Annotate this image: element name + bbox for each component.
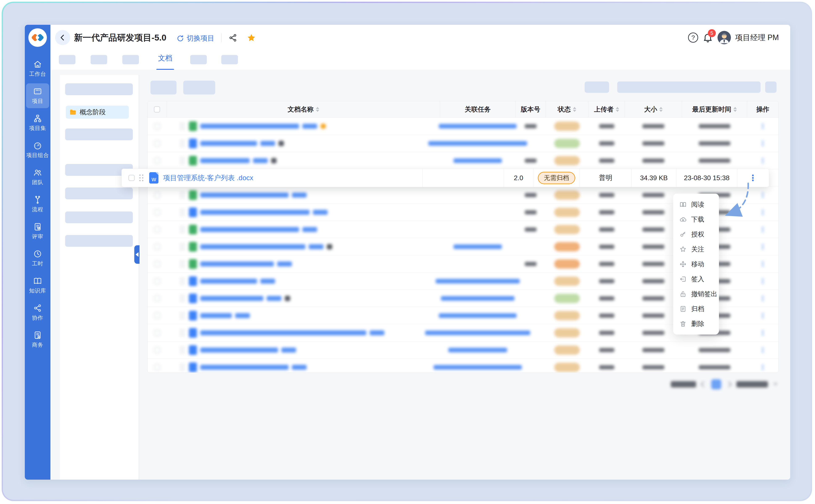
table-row[interactable]: ⋮ [147, 118, 778, 135]
back-button[interactable] [55, 30, 70, 45]
menu-item-archive[interactable]: 归档 [673, 301, 719, 316]
more-actions-button[interactable]: ⋮ [759, 311, 766, 320]
sidebar-item-business[interactable]: 商务 [26, 327, 49, 352]
panel-collapse-handle[interactable] [134, 245, 139, 264]
more-actions-button[interactable]: ⋮ [759, 277, 766, 285]
sidebar-item-review[interactable]: 评审 [26, 219, 49, 244]
sort-icon[interactable] [316, 107, 319, 112]
file-icon [189, 190, 197, 200]
window-frame: 工作台项目项目集项目组合团队流程评审工时知识库协作商务 新一代产品研发项目-5.… [2, 2, 812, 501]
sidebar-item-project-set[interactable]: 项目集 [26, 110, 49, 135]
more-actions-button[interactable]: ⋮ [759, 329, 766, 337]
column-header-updated[interactable]: 最后更新时间 [682, 101, 747, 117]
toolbar-icon-placeholder[interactable] [765, 81, 777, 93]
menu-item-check-in[interactable]: 签入 [673, 272, 719, 286]
more-actions-button[interactable]: ⋮ [759, 294, 766, 303]
row-actions-cell: ⋮ [737, 169, 769, 187]
table-row[interactable]: ⋮ [147, 135, 778, 152]
avatar[interactable] [718, 31, 731, 44]
notifications-button[interactable]: 5 [702, 32, 713, 43]
folder-item-concept-stage[interactable]: 概念阶段 [66, 106, 129, 119]
sidebar-item-hours[interactable]: 工时 [26, 246, 49, 271]
app-logo-icon[interactable] [28, 28, 47, 47]
more-actions-button[interactable]: ⋮ [759, 225, 766, 234]
menu-item-read[interactable]: 阅读 [673, 197, 719, 212]
column-header-uploader[interactable]: 上传者 [588, 101, 625, 117]
document-name-link[interactable]: 项目管理系统-客户列表 .docx [163, 173, 253, 183]
column-header-status[interactable]: 状态 [546, 101, 588, 117]
sidebar-item-process[interactable]: 流程 [26, 192, 49, 217]
tab-bar: 文档 [50, 50, 790, 70]
select-all-checkbox[interactable] [154, 106, 160, 113]
highlighted-document-row[interactable]: w 项目管理系统-客户列表 .docx 2.0 无需归档 普明 34.39 KB… [121, 169, 769, 187]
menu-item-download[interactable]: 下载 [673, 212, 719, 227]
lock-icon [285, 296, 290, 301]
biz-icon [33, 331, 42, 340]
sidebar-item-workbench[interactable]: 工作台 [26, 56, 49, 81]
sidebar-item-portfolio[interactable]: 项目组合 [26, 138, 49, 162]
column-header-doc-name[interactable]: 文档名称 [167, 101, 440, 117]
updated-cell: 23-08-30 15:38 [676, 169, 737, 187]
select-all-header-cell[interactable] [147, 101, 167, 117]
sort-icon[interactable] [573, 107, 576, 112]
sidebar-item-collab[interactable]: 协作 [26, 300, 49, 325]
sort-icon[interactable] [734, 107, 737, 112]
status-badge-blurred [554, 208, 580, 217]
menu-item-follow[interactable]: 关注 [673, 242, 719, 257]
tab-placeholder-3[interactable] [122, 55, 139, 64]
search-input-placeholder[interactable] [617, 81, 761, 93]
help-icon[interactable]: ? [688, 33, 698, 43]
sort-icon[interactable] [659, 107, 663, 112]
status-badge-blurred [554, 242, 580, 251]
more-actions-button[interactable]: ⋮ [759, 139, 766, 148]
share-button[interactable] [228, 33, 238, 43]
table-row[interactable]: ⋮ [147, 341, 778, 359]
table-row[interactable]: ⋮ [147, 152, 778, 169]
more-actions-button[interactable]: ⋮ [759, 191, 766, 199]
menu-item-authorize[interactable]: 授权 [673, 227, 719, 242]
more-actions-button[interactable]: ⋮ [759, 243, 766, 251]
more-actions-button[interactable]: ⋮ [759, 363, 766, 371]
sidebar-item-label: 评审 [32, 233, 43, 240]
clock-icon [33, 249, 42, 258]
tab-placeholder-1[interactable] [59, 55, 75, 64]
favorite-button[interactable] [246, 33, 257, 43]
menu-item-move[interactable]: 移动 [673, 257, 719, 272]
more-actions-button[interactable]: ⋮ [749, 173, 758, 183]
tab-documents[interactable]: 文档 [155, 53, 176, 63]
more-actions-button[interactable]: ⋮ [759, 208, 766, 217]
sidebar-item-knowledge[interactable]: 知识库 [26, 273, 49, 298]
tab-placeholder-2[interactable] [91, 55, 107, 64]
sort-icon[interactable] [616, 107, 619, 112]
menu-item-undo-checkout[interactable]: 撤销签出 [673, 286, 719, 301]
switch-project-button[interactable]: 切换项目 [176, 34, 215, 43]
page-size-select[interactable] [736, 381, 768, 387]
tab-placeholder-5[interactable] [221, 55, 238, 64]
column-header-size[interactable]: 大小 [625, 101, 682, 117]
next-page-button[interactable] [726, 381, 732, 387]
file-icon [189, 242, 197, 252]
prev-page-button[interactable] [701, 381, 707, 387]
tab-placeholder-4[interactable] [190, 55, 207, 64]
current-page-button[interactable] [711, 379, 721, 389]
toolbar-right-placeholder[interactable] [585, 81, 609, 93]
toolbar-button-placeholder-2[interactable] [183, 81, 215, 95]
drag-handle-icon[interactable] [139, 175, 143, 181]
book-open-icon [680, 201, 687, 208]
more-actions-button[interactable]: ⋮ [759, 122, 766, 130]
toolbar-button-placeholder-1[interactable] [150, 81, 176, 95]
status-badge-blurred [554, 156, 580, 165]
sidebar-item-project[interactable]: 项目 [26, 83, 49, 108]
more-actions-button[interactable]: ⋮ [759, 156, 766, 165]
header-user-area: ? 5 项目经理 PM [688, 25, 779, 50]
file-icon [189, 276, 197, 286]
sidebar-item-label: 知识库 [29, 287, 46, 294]
more-actions-button[interactable]: ⋮ [759, 260, 766, 268]
menu-item-delete[interactable]: 删除 [673, 316, 719, 331]
row-checkbox[interactable] [128, 175, 135, 181]
book-icon [33, 277, 42, 285]
more-actions-button[interactable]: ⋮ [759, 346, 766, 354]
table-row[interactable]: ⋮ [147, 359, 778, 373]
menu-item-label: 关注 [691, 245, 704, 254]
sidebar-item-team[interactable]: 团队 [26, 165, 49, 189]
